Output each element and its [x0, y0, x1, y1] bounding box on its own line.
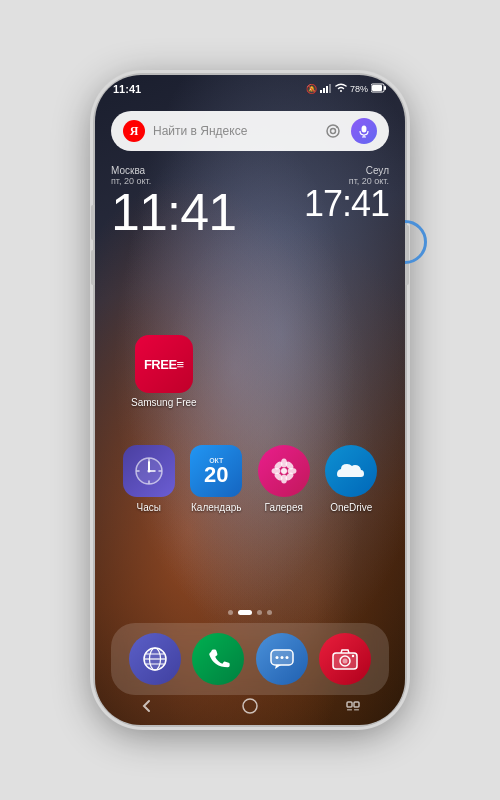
calendar-icon: ОКТ 20	[190, 445, 242, 497]
back-button[interactable]	[132, 696, 162, 716]
clock-label: Часы	[137, 502, 161, 513]
svg-point-44	[243, 699, 257, 713]
app-row-1: Часы ОКТ 20 Календарь	[95, 445, 405, 513]
svg-rect-6	[372, 85, 382, 91]
svg-point-10	[362, 126, 367, 133]
clock-left: Москва пт, 20 окт. 11:41	[111, 165, 236, 238]
wifi-icon	[335, 83, 347, 95]
svg-rect-5	[384, 86, 386, 90]
samsung-free-icon: FREE≡	[135, 335, 193, 393]
dock	[111, 623, 389, 695]
onedrive-label: OneDrive	[330, 502, 372, 513]
app-clock[interactable]: Часы	[118, 445, 180, 513]
status-time: 11:41	[113, 83, 141, 95]
messages-icon	[256, 633, 308, 685]
search-placeholder: Найти в Яндексе	[153, 124, 315, 138]
dock-messages[interactable]	[256, 633, 308, 685]
dot-2	[238, 610, 252, 615]
search-bar[interactable]: Я Найти в Яндексе	[111, 111, 389, 151]
gallery-label: Галерея	[265, 502, 303, 513]
svg-point-8	[331, 129, 336, 134]
app-gallery[interactable]: Галерея	[253, 445, 315, 513]
svg-point-39	[285, 656, 288, 659]
dot-3	[257, 610, 262, 615]
onedrive-icon	[325, 445, 377, 497]
yandex-logo: Я	[123, 120, 145, 142]
samsung-free-label: Samsung Free	[131, 397, 197, 408]
signal-icon	[320, 83, 332, 95]
samsung-free-app[interactable]: FREE≡ Samsung Free	[131, 335, 197, 408]
nav-bar	[95, 693, 405, 719]
camera-icon	[319, 633, 371, 685]
svg-rect-3	[329, 84, 331, 93]
page-indicators	[95, 610, 405, 615]
dock-camera[interactable]	[319, 633, 371, 685]
svg-point-42	[343, 659, 348, 664]
svg-rect-46	[354, 702, 359, 707]
clock-widget: Москва пт, 20 окт. 11:41 Сеул пт, 20 окт…	[111, 165, 389, 238]
gallery-icon	[258, 445, 310, 497]
svg-point-38	[280, 656, 283, 659]
city-seoul: Сеул	[304, 165, 389, 176]
recents-button[interactable]	[338, 696, 368, 716]
svg-rect-48	[354, 709, 359, 711]
time-seoul: 17:41	[304, 186, 389, 222]
voice-search-icon[interactable]	[351, 118, 377, 144]
dot-4	[267, 610, 272, 615]
svg-rect-0	[320, 90, 322, 93]
home-button[interactable]	[235, 696, 265, 716]
dock-phone[interactable]	[192, 633, 244, 685]
phone-frame: 11:41 🔕	[95, 75, 405, 725]
svg-rect-1	[323, 88, 325, 93]
dock-internet[interactable]	[129, 633, 181, 685]
status-icons: 🔕 78%	[306, 83, 387, 95]
app-onedrive[interactable]: OneDrive	[320, 445, 382, 513]
app-calendar[interactable]: ОКТ 20 Календарь	[185, 445, 247, 513]
clock-right: Сеул пт, 20 окт. 17:41	[304, 165, 389, 238]
screen: 11:41 🔕	[95, 75, 405, 725]
time-moscow: 11:41	[111, 186, 236, 238]
status-bar: 11:41 🔕	[95, 75, 405, 103]
svg-point-16	[147, 470, 150, 473]
svg-point-37	[275, 656, 278, 659]
svg-point-22	[281, 468, 287, 474]
samsung-internet-icon	[129, 633, 181, 685]
camera-search-icon[interactable]	[323, 121, 343, 141]
dot-1	[228, 610, 233, 615]
calendar-label: Календарь	[191, 502, 241, 513]
battery-percentage: 78%	[350, 84, 368, 94]
svg-rect-47	[347, 709, 352, 711]
svg-point-43	[352, 655, 354, 657]
battery-icon	[371, 83, 387, 95]
svg-rect-2	[326, 86, 328, 93]
phone-icon	[192, 633, 244, 685]
city-moscow: Москва	[111, 165, 236, 176]
power-button[interactable]	[405, 225, 409, 285]
clock-icon	[123, 445, 175, 497]
sound-icon: 🔕	[306, 84, 317, 94]
svg-rect-45	[347, 702, 352, 707]
svg-point-9	[336, 126, 338, 128]
